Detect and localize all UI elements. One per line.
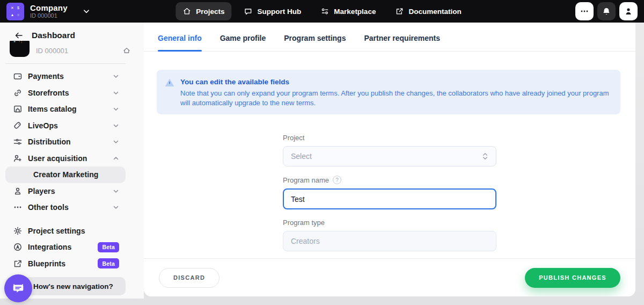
info-banner-title: You can edit the available fields <box>180 77 610 87</box>
nav-documentation[interactable]: Documentation <box>388 2 468 20</box>
company-logo[interactable]: ✕$ ▲○ <box>6 3 24 20</box>
chevron-down-icon <box>113 139 119 145</box>
chevron-down-icon <box>113 204 119 210</box>
chevron-down-icon[interactable] <box>83 8 90 15</box>
program-type-field: Creators <box>283 231 496 251</box>
sliders-icon <box>13 137 23 147</box>
discard-button[interactable]: DISCARD <box>159 268 219 288</box>
main-panel: General info Game profile Program settin… <box>144 23 635 296</box>
external-link-icon <box>13 259 23 268</box>
program-form: Project Select Program name ? Program ty… <box>283 134 496 251</box>
publish-changes-button[interactable]: PUBLISH CHANGES <box>525 268 620 288</box>
chevron-down-icon <box>113 90 119 96</box>
user-plus-icon <box>13 154 23 163</box>
project-label: Project <box>283 134 496 142</box>
home-icon <box>182 7 191 16</box>
sidebar-item-project-settings[interactable]: Project settings <box>5 223 126 239</box>
company-id: ID 000001 <box>30 12 68 19</box>
gear-icon <box>13 226 23 236</box>
sidebar-item-storefronts[interactable]: Storefronts <box>5 85 126 101</box>
company-name: Company <box>30 3 68 12</box>
form-footer: DISCARD PUBLISH CHANGES <box>144 258 635 296</box>
link-icon <box>13 88 23 98</box>
project-id: ID 000001 <box>36 47 68 57</box>
wallet-icon <box>13 71 23 81</box>
ellipsis-icon <box>13 202 23 212</box>
bell-icon <box>602 6 611 16</box>
top-navigation: Projects Support Hub Marketplace Documen… <box>175 2 468 20</box>
sidebar-title: Dashboard <box>32 31 75 40</box>
sidebar-item-blueprints[interactable]: Blueprints Beta <box>5 256 126 272</box>
top-bar: ✕$ ▲○ Company ID 000001 Projects Support… <box>0 0 644 23</box>
sidebar-secondary-menu: Project settings Integrations Beta Bluep… <box>0 223 144 272</box>
tag-icon <box>13 121 23 130</box>
program-type-value: Creators <box>291 237 320 245</box>
chat-icon <box>244 7 253 16</box>
sidebar-item-distribution[interactable]: Distribution <box>5 134 126 150</box>
warning-icon <box>164 77 175 88</box>
sidebar-item-user-acquisition[interactable]: User acquisition <box>5 150 126 167</box>
company-switcher[interactable]: Company ID 000001 <box>30 3 68 19</box>
arrow-left-icon <box>14 31 24 40</box>
program-name-input[interactable] <box>283 188 496 209</box>
program-type-label: Program type <box>283 219 496 227</box>
sidebar: Dashboard + ·: ID 000001 Payments Storef… <box>0 23 144 299</box>
notifications-button[interactable] <box>597 2 616 20</box>
user-icon <box>624 6 633 16</box>
marketplace-icon <box>320 7 329 16</box>
sidebar-item-integrations[interactable]: Integrations Beta <box>5 239 126 256</box>
nav-support-hub[interactable]: Support Hub <box>237 2 309 20</box>
select-chevrons-icon <box>482 152 488 161</box>
project-select[interactable]: Select <box>283 146 496 166</box>
tab-bar: General info Game profile Program settin… <box>144 23 635 52</box>
project-select-value: Select <box>291 152 312 161</box>
sidebar-menu: Payments Storefronts Items catalog LiveO… <box>0 68 144 216</box>
sidebar-item-creator-marketing[interactable]: Creator Marketing <box>5 166 126 183</box>
info-banner: You can edit the available fields Note t… <box>157 70 620 114</box>
home-icon[interactable] <box>122 46 131 57</box>
sidebar-item-players[interactable]: Players <box>5 183 126 200</box>
user-icon <box>13 186 23 196</box>
account-button[interactable] <box>619 2 638 20</box>
chevron-down-icon <box>113 188 119 194</box>
chevron-down-icon <box>113 106 119 112</box>
more-options-button[interactable] <box>575 2 594 20</box>
chevron-down-icon <box>113 122 119 129</box>
ellipsis-icon <box>580 6 589 16</box>
external-link-icon <box>395 7 404 16</box>
chat-widget-button[interactable] <box>4 274 32 302</box>
box-icon <box>13 104 23 114</box>
tab-game-profile[interactable]: Game profile <box>220 34 266 51</box>
beta-badge: Beta <box>98 258 119 268</box>
sidebar-item-other-tools[interactable]: Other tools <box>5 199 126 216</box>
chevron-up-icon <box>113 155 119 162</box>
sidebar-item-payments[interactable]: Payments <box>5 68 126 85</box>
project-avatar: + ·: <box>10 41 30 57</box>
chevron-down-icon <box>113 73 119 79</box>
project-row[interactable]: + ·: ID 000001 <box>0 41 144 57</box>
info-banner-body: Note that you can only expand your progr… <box>180 89 610 107</box>
integration-icon <box>13 242 23 252</box>
tab-general-info[interactable]: General info <box>158 34 202 51</box>
sidebar-divider <box>5 63 126 64</box>
program-name-label: Program name ? <box>283 176 496 184</box>
nav-marketplace[interactable]: Marketplace <box>313 2 383 20</box>
sidebar-item-items-catalog[interactable]: Items catalog <box>5 101 126 118</box>
tab-partner-requirements[interactable]: Partner requirements <box>364 34 440 51</box>
help-icon[interactable]: ? <box>333 176 341 184</box>
top-actions <box>575 2 638 20</box>
chat-icon <box>11 281 25 295</box>
sidebar-item-liveops[interactable]: LiveOps <box>5 118 126 134</box>
back-to-dashboard[interactable]: Dashboard <box>0 23 144 40</box>
tab-program-settings[interactable]: Program settings <box>284 34 346 51</box>
beta-badge: Beta <box>98 242 119 252</box>
nav-projects[interactable]: Projects <box>175 2 231 20</box>
